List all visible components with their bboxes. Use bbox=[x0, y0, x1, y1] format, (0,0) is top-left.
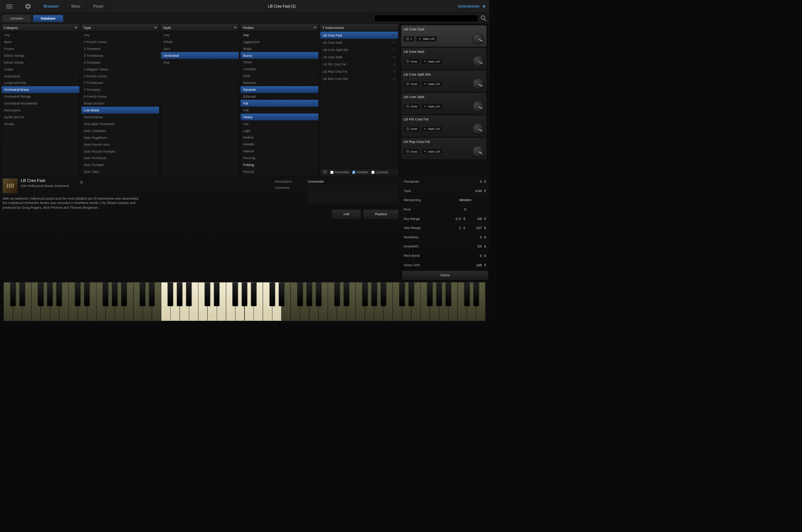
star-icon[interactable]: ★ bbox=[392, 77, 396, 81]
slot-output[interactable]: Main L/R bbox=[421, 103, 442, 109]
black-key[interactable] bbox=[103, 282, 109, 306]
tab-database[interactable]: Database bbox=[33, 15, 63, 22]
filter-item[interactable]: Dynamic bbox=[241, 86, 318, 93]
filter-item[interactable]: Ethereal bbox=[241, 93, 318, 100]
filter-item[interactable]: Complex bbox=[241, 66, 318, 73]
black-key[interactable] bbox=[56, 282, 62, 306]
volume-knob[interactable] bbox=[472, 33, 484, 45]
gear-icon[interactable] bbox=[19, 0, 38, 13]
volume-knob[interactable] bbox=[472, 78, 484, 90]
black-key[interactable] bbox=[270, 282, 275, 306]
tab-mixer[interactable]: Mixer bbox=[65, 0, 87, 13]
black-key[interactable] bbox=[242, 282, 247, 306]
tab-libraries[interactable]: Libraries bbox=[3, 15, 31, 22]
param-value[interactable]: 0 bbox=[461, 235, 483, 239]
black-key[interactable] bbox=[149, 282, 155, 306]
black-key[interactable] bbox=[140, 282, 145, 306]
filter-item[interactable]: Natural bbox=[241, 148, 318, 155]
volume-knob[interactable] bbox=[472, 101, 484, 112]
filter-item[interactable]: 4 Trumpets bbox=[81, 86, 159, 93]
spinner[interactable] bbox=[463, 226, 467, 230]
black-key[interactable] bbox=[251, 282, 257, 306]
filter-item[interactable]: Drums bbox=[1, 45, 79, 52]
black-key[interactable] bbox=[473, 282, 479, 306]
param-low[interactable]: C-2 bbox=[446, 217, 462, 220]
filter-item[interactable]: Pulsing bbox=[241, 162, 318, 169]
black-key[interactable] bbox=[10, 282, 16, 306]
filter-item[interactable]: Solo Tuba bbox=[81, 168, 159, 175]
filter-item[interactable]: Solo Flugelhorn bbox=[81, 134, 159, 141]
slot-channel[interactable]: Omni bbox=[404, 103, 420, 109]
spinner[interactable] bbox=[484, 245, 488, 248]
result-item[interactable]: LB Fltr Cres Fst★ bbox=[320, 61, 398, 68]
filter-item[interactable]: Heavy bbox=[241, 114, 318, 120]
filter-item[interactable]: Ethnic Strings bbox=[1, 52, 79, 59]
filter-item[interactable]: Loops and Kits bbox=[1, 80, 79, 86]
black-key[interactable] bbox=[362, 282, 368, 306]
filter-item[interactable]: Solo Piccolo Trumpet bbox=[81, 148, 159, 155]
replace-button[interactable]: Replace bbox=[364, 210, 398, 218]
black-key[interactable] bbox=[445, 282, 451, 306]
filter-item[interactable]: Performance bbox=[81, 114, 159, 120]
filter-item[interactable]: Bass bbox=[1, 38, 79, 45]
filter-item[interactable]: Fat bbox=[241, 100, 318, 107]
filter-item[interactable]: Hot bbox=[241, 120, 318, 127]
black-key[interactable] bbox=[427, 282, 433, 306]
filter-item[interactable]: Light bbox=[241, 127, 318, 134]
slot-channel[interactable]: 1 bbox=[404, 36, 415, 42]
slot-output[interactable]: Main L/R bbox=[421, 149, 442, 154]
black-key[interactable] bbox=[464, 282, 470, 306]
param-value[interactable]: 0.00 bbox=[461, 189, 483, 192]
filter-item[interactable]: Ethnic bbox=[161, 38, 239, 45]
param-value[interactable]: C0 bbox=[461, 244, 483, 248]
filter-item[interactable]: Metallic bbox=[241, 141, 318, 148]
star-icon[interactable]: ★ bbox=[392, 41, 396, 45]
hamburger-icon[interactable] bbox=[0, 0, 19, 13]
filter-item[interactable]: Any bbox=[241, 31, 318, 38]
instruments-panel-toggle[interactable]: Instruments bbox=[454, 0, 489, 13]
param-value[interactable]: 128 bbox=[461, 263, 483, 267]
filter-item[interactable]: Solo Cimbasso bbox=[81, 127, 159, 134]
instrument-slot[interactable]: LB Fltr Cres FstOmniMain L/R bbox=[401, 115, 486, 137]
filter-item[interactable]: Detuned bbox=[241, 80, 318, 86]
black-key[interactable] bbox=[316, 282, 322, 306]
black-key[interactable] bbox=[297, 282, 303, 306]
black-key[interactable] bbox=[372, 282, 377, 306]
filter-item[interactable]: Any bbox=[1, 31, 79, 38]
param-value[interactable]: C bbox=[444, 207, 488, 211]
column-header-category[interactable]: Category bbox=[1, 24, 79, 31]
instrument-slot[interactable]: LB Cres Fast1Main L/R bbox=[401, 25, 486, 47]
filter-item[interactable]: Full bbox=[241, 107, 318, 114]
search-input[interactable] bbox=[374, 15, 478, 22]
filter-item[interactable]: 6 French Horns bbox=[81, 93, 159, 100]
black-key[interactable] bbox=[214, 282, 220, 306]
black-key[interactable] bbox=[19, 282, 25, 306]
filter-item[interactable]: Clean bbox=[241, 59, 318, 66]
star-icon[interactable]: ★ bbox=[392, 48, 396, 52]
filter-item[interactable]: Ethnic Winds bbox=[1, 59, 79, 66]
filter-item[interactable]: Percussion bbox=[1, 107, 79, 114]
slot-output[interactable]: Main L/R bbox=[421, 126, 442, 132]
black-key[interactable] bbox=[381, 282, 386, 306]
slot-channel[interactable]: Omni bbox=[404, 81, 420, 86]
param-value[interactable]: 0 bbox=[461, 180, 483, 183]
filter-item[interactable]: Any bbox=[161, 31, 239, 38]
comment-input[interactable] bbox=[308, 186, 398, 203]
filter-item[interactable]: Low Brass bbox=[81, 107, 159, 114]
filter-item[interactable]: 3 Trombones bbox=[81, 52, 159, 59]
filter-item[interactable]: Any bbox=[81, 31, 159, 38]
filter-item[interactable]: Jazz bbox=[161, 45, 239, 52]
star-icon[interactable]: ★ bbox=[392, 55, 396, 59]
filter-item[interactable]: Orchestral bbox=[161, 52, 239, 59]
filter-item[interactable]: Piercing bbox=[241, 155, 318, 162]
volume-knob[interactable] bbox=[472, 56, 484, 67]
filter-installed[interactable]: Installed bbox=[352, 170, 368, 174]
result-item[interactable]: LB Rep Cres Fst★ bbox=[320, 68, 398, 75]
slot-output[interactable]: Main L/R bbox=[416, 36, 437, 42]
black-key[interactable] bbox=[167, 282, 173, 306]
black-key[interactable] bbox=[47, 282, 53, 306]
favourite-star-icon[interactable]: ★ bbox=[78, 178, 84, 186]
instrument-slot[interactable]: LB Cres Split SlwOmniMain L/R bbox=[401, 71, 486, 92]
volume-knob[interactable] bbox=[472, 146, 484, 157]
column-header-style[interactable]: Style bbox=[161, 24, 239, 31]
